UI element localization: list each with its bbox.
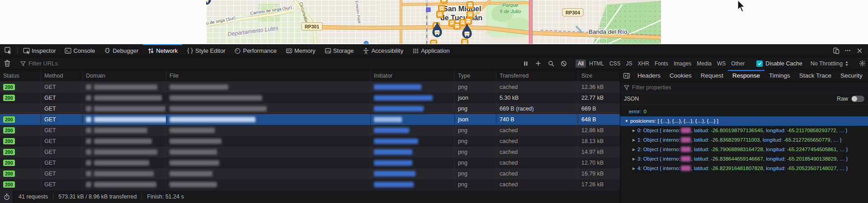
clear-requests-button[interactable] xyxy=(0,57,14,69)
close-devtools-button[interactable] xyxy=(854,44,865,57)
table-row[interactable]: 200 GET png cached 16.79 kB xyxy=(0,168,620,179)
table-row[interactable]: 200 GET png cached 14.97 kB xyxy=(0,147,620,157)
type-filter[interactable]: CSS xyxy=(607,60,623,68)
response-panel-tab[interactable]: Headers xyxy=(633,70,665,81)
tab-icon xyxy=(363,47,369,54)
collapsed-arrow-icon[interactable]: ▶ xyxy=(631,126,637,135)
expanded-arrow-icon[interactable]: ▼ xyxy=(624,116,629,126)
table-row[interactable]: 200 GET png cached 12.70 kB xyxy=(0,157,620,168)
settings-button[interactable] xyxy=(856,60,868,67)
table-row[interactable]: GET png 669 B (raced) 669 B xyxy=(0,103,620,114)
disable-cache-checkbox[interactable] xyxy=(756,60,763,67)
map-label-banda: Banda del Río xyxy=(589,28,627,35)
json-object-row[interactable]: ▶3: Object { interno:, latitud: -26.8386… xyxy=(620,154,868,164)
redacted-domain xyxy=(94,160,149,166)
devtools-tab[interactable]: Inspector xyxy=(19,44,60,57)
meatball-menu-button[interactable] xyxy=(842,44,854,57)
transferred-cell: cached xyxy=(496,157,578,168)
devtools-tab[interactable]: Console xyxy=(60,44,99,57)
table-row[interactable]: 200 GET png cached 12.86 kB xyxy=(0,125,620,136)
json-object-row[interactable]: ▶1: Object { interno:, latitud: -26.8368… xyxy=(620,135,868,145)
column-header-size[interactable]: Size xyxy=(578,70,620,81)
response-panel-tab[interactable]: Request xyxy=(696,70,728,81)
responsive-design-button[interactable] xyxy=(830,44,842,57)
column-header-method[interactable]: Method xyxy=(41,70,83,81)
block-request-button[interactable] xyxy=(558,60,570,67)
type-filter[interactable]: Images xyxy=(671,60,693,68)
search-button[interactable] xyxy=(545,60,557,67)
status-badge: 200 xyxy=(3,127,15,134)
json-error-row[interactable]: error:0 xyxy=(620,107,868,116)
filter-urls-input[interactable]: Filter URLs xyxy=(17,60,58,67)
toolbar-right: All HTML CSS JS XHR Fonts Images Media xyxy=(520,60,868,68)
redacted-initiator xyxy=(374,117,402,122)
response-panel-tab[interactable]: Cookies xyxy=(665,70,696,81)
redacted-interno xyxy=(681,128,691,133)
response-panel-tabs: Headers Cookies Request Response Timings… xyxy=(620,70,868,82)
column-header-file[interactable]: File xyxy=(166,70,371,81)
performance-analysis-button[interactable] xyxy=(0,190,14,203)
devtools-tab[interactable]: Memory xyxy=(281,44,320,57)
raw-toggle[interactable] xyxy=(851,96,864,102)
devtools-tab[interactable]: Style Editor xyxy=(182,44,230,57)
column-header-status[interactable]: Status xyxy=(0,70,41,81)
devtools-tab[interactable]: Storage xyxy=(320,44,359,57)
transferred-cell: cached xyxy=(496,125,578,136)
disable-cache-control[interactable]: Disable Cache xyxy=(753,60,806,67)
redacted-file xyxy=(170,117,255,122)
json-tree: error:0 ▼posiciones: [ {…}, {…}, {…}, {…… xyxy=(620,105,868,173)
collapse-panel-button[interactable] xyxy=(620,70,633,81)
type-filter[interactable]: Other xyxy=(729,60,747,68)
response-panel-tab[interactable]: Stack Trace xyxy=(795,70,836,81)
response-panel-tab[interactable]: Security xyxy=(836,70,867,81)
type-filter[interactable]: JS xyxy=(624,60,635,68)
table-row[interactable]: 200 GET png cached 12.36 kB xyxy=(0,82,620,92)
map-canvas[interactable]: Camino de sirga (Sur) mino de sirga (Sur… xyxy=(206,0,661,44)
response-panel-tab[interactable]: Timings xyxy=(764,70,795,81)
type-filter[interactable]: All xyxy=(576,60,586,68)
devtools-tab[interactable]: Debugger xyxy=(99,44,143,57)
type-filter[interactable]: HTML xyxy=(587,60,606,68)
status-badge: 200 xyxy=(3,84,15,90)
json-object-row[interactable]: ▶4: Object { interno:, latitud: -26.8239… xyxy=(620,164,868,173)
collapsed-arrow-icon[interactable]: ▶ xyxy=(631,164,637,173)
filter-properties-input[interactable]: Filter properties xyxy=(620,82,868,93)
collapsed-arrow-icon[interactable]: ▶ xyxy=(631,154,637,164)
table-row[interactable]: 200 GET json 5.30 kB 22.77 kB xyxy=(0,92,620,103)
status-badge: 200 xyxy=(3,181,15,188)
size-cell: 16.79 kB xyxy=(578,168,620,179)
throttling-select[interactable]: No Throttling xyxy=(807,60,852,67)
type-filter[interactable]: WS xyxy=(715,60,728,68)
json-section-header[interactable]: JSON Raw xyxy=(620,93,868,105)
type-filter[interactable]: Fonts xyxy=(652,60,670,68)
table-row[interactable]: 200 GET png cached 18.13 kB xyxy=(0,136,620,147)
devtools-tab[interactable]: Performance xyxy=(230,44,281,57)
column-header-type[interactable]: Type xyxy=(455,70,496,81)
type-filter[interactable]: Media xyxy=(694,60,714,68)
response-panel-tab[interactable]: Response xyxy=(728,70,764,81)
pause-button[interactable] xyxy=(520,61,532,66)
type-cell: png xyxy=(455,157,496,168)
json-object-row[interactable]: ▶0: Object { interno:, latitud: -26.8001… xyxy=(620,126,868,135)
latitud-value: -26.790688983164728 xyxy=(711,147,763,152)
column-header-domain[interactable]: Domain xyxy=(83,70,166,81)
type-filter[interactable]: XHR xyxy=(636,60,651,68)
redacted-initiator xyxy=(374,160,412,166)
collapsed-arrow-icon[interactable]: ▶ xyxy=(631,145,637,154)
devtools-tab[interactable]: Accessibility xyxy=(358,44,408,57)
column-header-transferred[interactable]: Transferred xyxy=(496,70,578,81)
devtools-tab[interactable]: Application xyxy=(408,44,454,57)
table-row[interactable]: 200 GET png cached 17.26 kB xyxy=(0,179,620,190)
collapse-panel-icon xyxy=(623,73,630,78)
map-label-city-1: San Miguel xyxy=(443,5,481,13)
json-object-row[interactable]: ▶2: Object { interno:, latitud: -26.7906… xyxy=(620,145,868,154)
add-request-button[interactable] xyxy=(533,60,544,66)
json-posiciones-row[interactable]: ▼posiciones: [ {…}, {…}, {…}, {…}, {…} ] xyxy=(620,116,868,126)
devtools-tab[interactable]: Network xyxy=(143,44,182,57)
pick-element-button[interactable] xyxy=(0,44,16,57)
collapsed-arrow-icon[interactable]: ▶ xyxy=(631,135,637,145)
column-header-initiator[interactable]: Initiator xyxy=(371,70,455,81)
raw-label: Raw xyxy=(837,96,848,102)
redacted-file xyxy=(170,138,222,144)
table-row[interactable]: 200 GET json 740 B 648 B xyxy=(0,114,620,125)
